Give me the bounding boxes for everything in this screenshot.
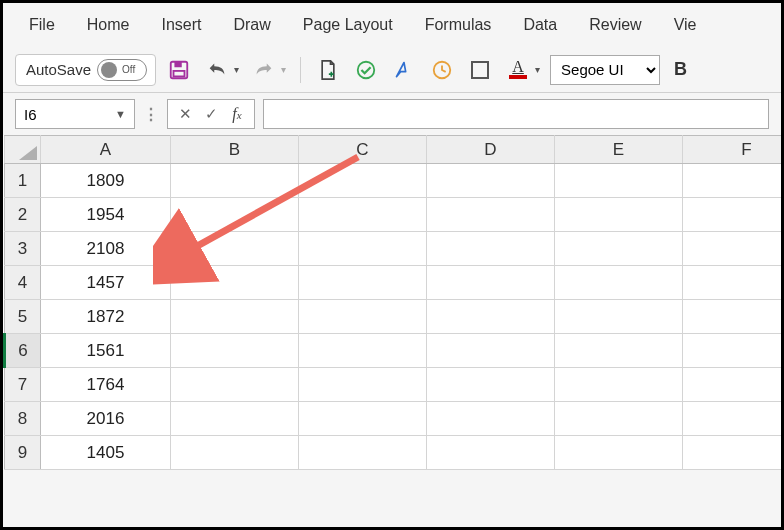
undo-button[interactable]: ▾: [202, 55, 241, 85]
cell[interactable]: [555, 334, 683, 368]
cell[interactable]: [427, 198, 555, 232]
cell[interactable]: [299, 334, 427, 368]
cell[interactable]: [555, 402, 683, 436]
tab-page-layout[interactable]: Page Layout: [287, 6, 409, 44]
grip-icon: ⋮: [143, 105, 159, 124]
cell[interactable]: [683, 266, 785, 300]
cell[interactable]: 1764: [41, 368, 171, 402]
cell[interactable]: [427, 436, 555, 470]
tab-insert[interactable]: Insert: [145, 6, 217, 44]
cell[interactable]: [555, 436, 683, 470]
cell[interactable]: [171, 402, 299, 436]
cell[interactable]: [171, 198, 299, 232]
tab-review[interactable]: Review: [573, 6, 657, 44]
tab-view[interactable]: Vie: [658, 6, 713, 44]
cell[interactable]: [683, 164, 785, 198]
cancel-formula-button[interactable]: ✕: [174, 105, 196, 123]
cell[interactable]: [683, 334, 785, 368]
history-button[interactable]: [427, 55, 457, 85]
redo-button[interactable]: ▾: [249, 55, 288, 85]
row-header[interactable]: 4: [5, 266, 41, 300]
cell[interactable]: [555, 198, 683, 232]
cell[interactable]: 1561: [41, 334, 171, 368]
row-header[interactable]: 7: [5, 368, 41, 402]
font-color-button[interactable]: A ▾: [503, 55, 542, 85]
row-header[interactable]: 5: [5, 300, 41, 334]
cell[interactable]: 1809: [41, 164, 171, 198]
row-header[interactable]: 3: [5, 232, 41, 266]
font-family-select[interactable]: Segoe UI: [550, 55, 660, 85]
cell[interactable]: [299, 402, 427, 436]
col-header-F[interactable]: F: [683, 136, 785, 164]
row-header[interactable]: 8: [5, 402, 41, 436]
cell[interactable]: 2108: [41, 232, 171, 266]
cell[interactable]: [683, 198, 785, 232]
cell[interactable]: [299, 436, 427, 470]
color-swatch: [509, 75, 527, 79]
check-button[interactable]: [351, 55, 381, 85]
cell[interactable]: [171, 266, 299, 300]
chevron-down-icon: ▾: [279, 64, 288, 75]
cell[interactable]: 1405: [41, 436, 171, 470]
cell[interactable]: 1872: [41, 300, 171, 334]
bold-button[interactable]: B: [668, 59, 693, 80]
col-header-B[interactable]: B: [171, 136, 299, 164]
select-all-corner[interactable]: [5, 136, 41, 164]
cell[interactable]: [683, 232, 785, 266]
cell[interactable]: [427, 334, 555, 368]
cell[interactable]: [299, 232, 427, 266]
col-header-D[interactable]: D: [427, 136, 555, 164]
new-sheet-button[interactable]: [313, 55, 343, 85]
fx-icon[interactable]: fx: [226, 105, 248, 123]
cell[interactable]: [171, 232, 299, 266]
cell[interactable]: [427, 164, 555, 198]
name-box[interactable]: I6 ▼: [15, 99, 135, 129]
cell[interactable]: 1954: [41, 198, 171, 232]
cell[interactable]: [683, 300, 785, 334]
cell[interactable]: [299, 368, 427, 402]
tab-home[interactable]: Home: [71, 6, 146, 44]
cell[interactable]: [555, 232, 683, 266]
cell[interactable]: [171, 164, 299, 198]
row-header[interactable]: 9: [5, 436, 41, 470]
cell[interactable]: [299, 300, 427, 334]
row-header[interactable]: 1: [5, 164, 41, 198]
cell[interactable]: [683, 402, 785, 436]
cell[interactable]: 2016: [41, 402, 171, 436]
send-button[interactable]: [389, 55, 419, 85]
cell[interactable]: [171, 334, 299, 368]
cell[interactable]: [427, 402, 555, 436]
cell[interactable]: [683, 436, 785, 470]
cell[interactable]: [171, 300, 299, 334]
cell[interactable]: [555, 164, 683, 198]
cell[interactable]: [299, 266, 427, 300]
accept-formula-button[interactable]: ✓: [200, 105, 222, 123]
col-header-C[interactable]: C: [299, 136, 427, 164]
col-header-E[interactable]: E: [555, 136, 683, 164]
autosave-toggle[interactable]: AutoSave Off: [15, 54, 156, 86]
col-header-A[interactable]: A: [41, 136, 171, 164]
tab-file[interactable]: File: [13, 6, 71, 44]
formula-bar[interactable]: [263, 99, 769, 129]
tab-data[interactable]: Data: [507, 6, 573, 44]
cell[interactable]: [555, 266, 683, 300]
row-header[interactable]: 6: [5, 334, 41, 368]
row-header[interactable]: 2: [5, 198, 41, 232]
cell[interactable]: [683, 368, 785, 402]
cell[interactable]: [171, 368, 299, 402]
cell[interactable]: [427, 300, 555, 334]
tab-draw[interactable]: Draw: [217, 6, 286, 44]
cell[interactable]: [299, 198, 427, 232]
cell[interactable]: [427, 232, 555, 266]
save-button[interactable]: [164, 55, 194, 85]
cell[interactable]: [555, 300, 683, 334]
checkbox-button[interactable]: [465, 55, 495, 85]
cell[interactable]: 1457: [41, 266, 171, 300]
cell[interactable]: [299, 164, 427, 198]
cell[interactable]: [555, 368, 683, 402]
spreadsheet-table[interactable]: A B C D E F 1180921954321084145751872615…: [3, 135, 784, 470]
cell[interactable]: [427, 266, 555, 300]
cell[interactable]: [427, 368, 555, 402]
cell[interactable]: [171, 436, 299, 470]
tab-formulas[interactable]: Formulas: [409, 6, 508, 44]
